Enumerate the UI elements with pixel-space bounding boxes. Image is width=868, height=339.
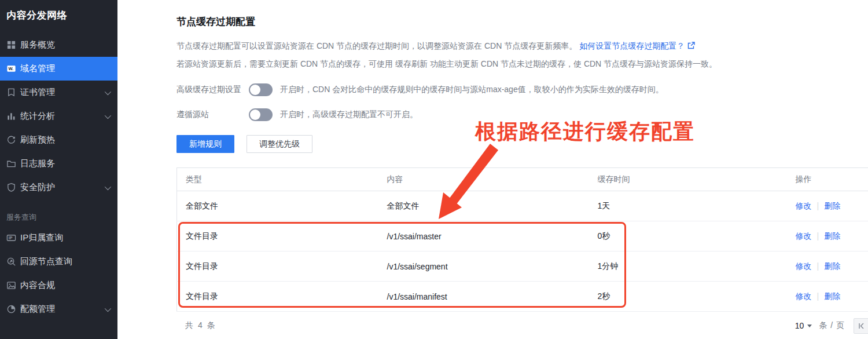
- cell-content: /v1/ssai/segment: [378, 251, 589, 282]
- chevron-down-icon: [105, 112, 111, 118]
- setting-description: 开启时，高级缓存过期配置不可开启。: [280, 110, 418, 120]
- chevron-down-icon: [105, 88, 111, 94]
- domain-icon: W.: [6, 64, 16, 74]
- page-size-select[interactable]: 10: [795, 321, 812, 330]
- sidebar-item-origin-node-query[interactable]: 回源节点查询: [0, 250, 117, 274]
- sidebar-item-label: 服务概览: [20, 39, 55, 50]
- svg-text:W.: W.: [8, 66, 13, 71]
- column-header-type: 类型: [177, 168, 378, 191]
- cell-type: 文件目录: [177, 282, 378, 312]
- cell-actions: 修改|删除: [787, 251, 868, 282]
- page-unit-label: 条 / 页: [819, 320, 845, 331]
- toggle-knob: [250, 110, 260, 120]
- sidebar-item-certificate-management[interactable]: 证书管理: [0, 81, 117, 104]
- page-size-value: 10: [795, 321, 804, 330]
- log-icon: [6, 159, 16, 169]
- certificate-icon: [6, 88, 16, 97]
- sidebar-item-ip-query[interactable]: IP IP归属查询: [0, 226, 117, 250]
- table-row: 文件目录 /v1/ssai/segment 1分钟 修改|删除: [177, 251, 868, 282]
- table-footer: 共 4 条 10 条 / 页: [176, 318, 868, 334]
- cell-content: /v1/ssai/manifest: [378, 282, 589, 312]
- sidebar-nav: 服务概览 W. 域名管理 证书管理: [0, 33, 117, 321]
- origin-node-search-icon: [6, 257, 16, 267]
- action-separator: |: [817, 201, 819, 210]
- description-text: 节点缓存过期配置可以设置源站资源在 CDN 节点的缓存过期时间，以调整源站资源在…: [176, 41, 577, 50]
- setting-follow-origin: 遵循源站 开启时，高级缓存过期配置不可开启。: [176, 108, 868, 121]
- first-page-icon: [858, 323, 865, 329]
- sidebar-item-label: 刷新预热: [20, 134, 55, 145]
- product-title: 内容分发网络: [0, 0, 117, 30]
- delete-link[interactable]: 删除: [824, 261, 840, 271]
- main-content: 节点缓存过期配置 节点缓存过期配置可以设置源站资源在 CDN 节点的缓存过期时间…: [117, 0, 868, 339]
- follow-origin-toggle[interactable]: [249, 108, 273, 121]
- cell-actions: 修改|删除: [787, 282, 868, 312]
- cell-cache-time: 2秒: [589, 282, 787, 312]
- column-header-content: 内容: [378, 168, 589, 191]
- description-line-2: 若源站资源更新后，需要立刻更新 CDN 节点的缓存，可使用 缓存刷新 功能主动更…: [176, 58, 868, 70]
- cell-cache-time: 0秒: [589, 221, 787, 251]
- shield-icon: [6, 183, 16, 192]
- sidebar-item-domain-management[interactable]: W. 域名管理: [0, 57, 117, 81]
- page-title: 节点缓存过期配置: [176, 15, 868, 28]
- cell-actions: 修改|删除: [787, 191, 868, 221]
- modify-link[interactable]: 修改: [796, 291, 812, 301]
- modify-link[interactable]: 修改: [796, 261, 812, 271]
- sidebar-item-quota-management[interactable]: 配额管理: [0, 297, 117, 321]
- sidebar-item-log-service[interactable]: 日志服务: [0, 152, 117, 176]
- table-row: 全部文件 全部文件 1天 修改|删除: [177, 191, 868, 221]
- svg-text:IP: IP: [9, 236, 13, 240]
- column-header-actions: 操作: [787, 168, 868, 191]
- external-link-icon[interactable]: [687, 41, 695, 52]
- chevron-down-icon: [105, 305, 111, 311]
- action-separator: |: [817, 291, 819, 301]
- cell-content: 全部文件: [378, 191, 589, 221]
- sidebar-item-content-compliance[interactable]: 内容合规: [0, 274, 117, 297]
- quota-pie-icon: [6, 304, 16, 314]
- setting-description: 开启时，CDN 会对比命中的缓存规则中的缓存时间与源站max-age值，取较小的…: [280, 85, 664, 95]
- cell-content: /v1/ssai/master: [378, 221, 589, 251]
- add-rule-button[interactable]: 新增规则: [176, 135, 234, 153]
- adjust-priority-button[interactable]: 调整优先级: [247, 135, 312, 153]
- setting-advanced-cache-expiry: 高级缓存过期设置 开启时，CDN 会对比命中的缓存规则中的缓存时间与源站max-…: [176, 83, 868, 96]
- sidebar-item-statistics[interactable]: 统计分析: [0, 104, 117, 128]
- sidebar-item-label: 日志服务: [20, 158, 55, 169]
- sidebar-item-service-overview[interactable]: 服务概览: [0, 33, 117, 57]
- sidebar-item-refresh-prefetch[interactable]: 刷新预热: [0, 128, 117, 152]
- first-page-button[interactable]: [854, 318, 868, 334]
- refresh-icon: [6, 135, 16, 145]
- cell-cache-time: 1分钟: [589, 251, 787, 282]
- pagination: 10 条 / 页: [795, 318, 868, 334]
- setting-label: 遵循源站: [176, 110, 249, 120]
- ip-icon: IP: [6, 233, 16, 243]
- column-header-cache-time: 缓存时间: [589, 168, 787, 191]
- sidebar: 内容分发网络 服务概览 W. 域名管理: [0, 0, 117, 339]
- action-separator: |: [817, 231, 819, 240]
- table-header-row: 类型 内容 缓存时间 操作: [177, 168, 868, 191]
- delete-link[interactable]: 删除: [824, 201, 840, 210]
- advanced-cache-toggle[interactable]: [249, 83, 273, 96]
- cell-actions: 修改|删除: [787, 221, 868, 251]
- table-row: 文件目录 /v1/ssai/manifest 2秒 修改|删除: [177, 282, 868, 312]
- delete-link[interactable]: 删除: [824, 231, 840, 240]
- sidebar-item-label: 域名管理: [20, 63, 55, 74]
- stats-icon: [6, 111, 16, 121]
- cell-cache-time: 1天: [589, 191, 787, 221]
- modify-link[interactable]: 修改: [796, 201, 812, 210]
- sidebar-item-security[interactable]: 安全防护: [0, 176, 117, 199]
- content-compliance-icon: [6, 280, 16, 290]
- how-to-configure-link[interactable]: 如何设置节点缓存过期配置？: [579, 41, 685, 50]
- sidebar-item-label: 回源节点查询: [20, 256, 72, 267]
- cell-type: 文件目录: [177, 221, 378, 251]
- modify-link[interactable]: 修改: [796, 231, 812, 240]
- sidebar-item-label: 证书管理: [20, 87, 55, 98]
- table-row: 文件目录 /v1/ssai/master 0秒 修改|删除: [177, 221, 868, 251]
- delete-link[interactable]: 删除: [824, 291, 840, 301]
- action-separator: |: [817, 261, 819, 271]
- description-line-1: 节点缓存过期配置可以设置源站资源在 CDN 节点的缓存过期时间，以调整源站资源在…: [176, 40, 868, 52]
- sidebar-section-service-query: 服务查询: [0, 209, 117, 226]
- toolbar: 新增规则 调整优先级: [176, 135, 868, 153]
- cell-type: 全部文件: [177, 191, 378, 221]
- toggle-knob: [250, 85, 260, 95]
- total-count: 共 4 条: [176, 320, 216, 331]
- overview-grid-icon: [6, 40, 16, 50]
